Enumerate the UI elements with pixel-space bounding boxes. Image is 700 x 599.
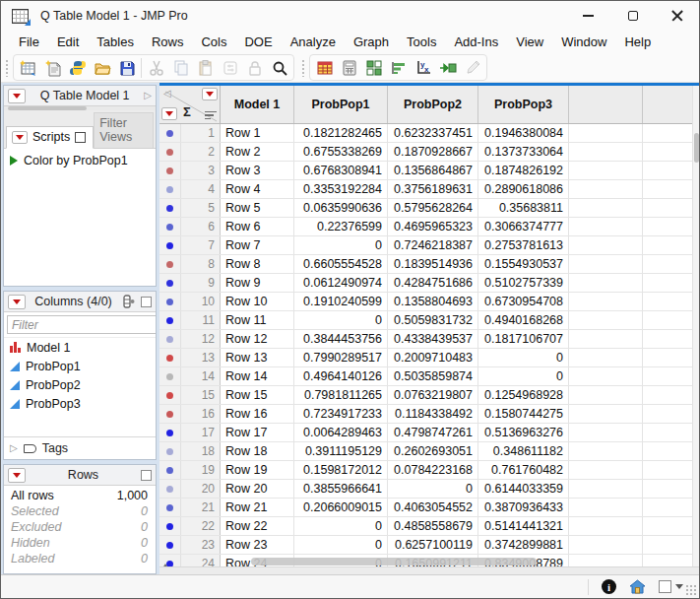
cell-probpop1[interactable]: 0.1910240599 xyxy=(294,293,388,310)
cell-probpop1[interactable]: 0.7981811265 xyxy=(294,386,388,404)
cell-probpop1[interactable]: 0.0612490974 xyxy=(294,274,388,292)
cell-empty[interactable] xyxy=(643,218,696,235)
row-state-cell[interactable] xyxy=(159,536,181,554)
cell-empty[interactable] xyxy=(569,461,643,479)
tab-filter-views[interactable]: Filter Views xyxy=(94,112,154,148)
table-row[interactable]: 18Row 180.39111951290.26026930510.348611… xyxy=(159,442,699,461)
sort-filter-icon[interactable] xyxy=(205,111,217,120)
row-number-cell[interactable]: 9 xyxy=(181,274,221,292)
window-mode-control[interactable] xyxy=(659,580,683,593)
row-stat-hidden[interactable]: Hidden0 xyxy=(4,535,156,551)
maximize-button[interactable] xyxy=(610,1,655,31)
cell-probpop3[interactable]: 0.5102757339 xyxy=(478,274,569,292)
info-icon[interactable]: i xyxy=(602,579,616,594)
run-script-icon[interactable] xyxy=(10,156,18,166)
rows-menu-button[interactable] xyxy=(8,468,26,483)
table-row[interactable]: 17Row 170.00642894630.47987472610.513696… xyxy=(159,424,699,442)
tile-windows-button[interactable] xyxy=(361,55,386,80)
cell-empty[interactable] xyxy=(643,162,696,179)
edit-button[interactable] xyxy=(460,55,484,80)
cell-empty[interactable] xyxy=(569,218,643,235)
cell-probpop3[interactable]: 0.1373733064 xyxy=(478,143,569,161)
row-number-cell[interactable]: 14 xyxy=(181,367,221,385)
row-state-cell[interactable] xyxy=(159,180,181,198)
column-manager-icon[interactable] xyxy=(121,295,137,308)
cell-probpop3[interactable]: 0.5141441321 xyxy=(478,517,569,535)
cell-model1[interactable]: Row 18 xyxy=(221,442,294,460)
cell-probpop2[interactable]: 0.1358804693 xyxy=(388,293,478,310)
column-item-probpop2[interactable]: ProbPop2 xyxy=(4,375,156,394)
row-stat-excluded[interactable]: Excluded0 xyxy=(4,519,156,535)
row-stat-all-rows[interactable]: All rows1,000 xyxy=(4,488,156,503)
cell-probpop3[interactable]: 0.35683811 xyxy=(478,199,569,217)
cell-empty[interactable] xyxy=(569,255,643,273)
table-menu-button[interactable] xyxy=(8,89,26,103)
cell-empty[interactable] xyxy=(643,330,696,348)
cell-probpop1[interactable]: 0.3844453756 xyxy=(294,330,388,348)
cell-empty[interactable] xyxy=(643,480,696,498)
menu-item-cols[interactable]: Cols xyxy=(192,33,235,51)
cell-model1[interactable]: Row 13 xyxy=(221,349,294,366)
scripts-menu-button[interactable] xyxy=(12,131,28,144)
resize-grip[interactable] xyxy=(685,584,697,596)
cell-probpop2[interactable]: 0.4798747261 xyxy=(388,424,478,441)
menu-item-doe[interactable]: DOE xyxy=(235,33,281,51)
row-state-cell[interactable] xyxy=(159,349,181,366)
menu-item-rows[interactable]: Rows xyxy=(143,33,193,51)
menu-item-tables[interactable]: Tables xyxy=(88,33,143,51)
cell-model1[interactable]: Row 8 xyxy=(221,255,294,273)
cell-empty[interactable] xyxy=(643,424,696,441)
row-number-cell[interactable]: 10 xyxy=(181,293,221,310)
panel-expand-icon[interactable]: ▷ xyxy=(144,91,152,100)
tags-section[interactable]: ▷ Tags xyxy=(4,436,156,459)
row-state-cell[interactable] xyxy=(159,442,181,460)
cell-empty[interactable] xyxy=(643,517,696,535)
column-header-empty[interactable] xyxy=(569,86,643,123)
menu-item-edit[interactable]: Edit xyxy=(48,33,88,51)
cell-probpop1[interactable]: 0.1598172012 xyxy=(294,461,388,479)
cell-empty[interactable] xyxy=(643,405,696,423)
script-item-color-by-probpop1[interactable]: Color by ProbPop1 xyxy=(4,149,156,172)
cell-empty[interactable] xyxy=(643,349,696,366)
table-row[interactable]: 21Row 210.20660090150.40630545520.387093… xyxy=(159,499,699,517)
expand-triangle-icon[interactable]: ▷ xyxy=(10,443,18,453)
cell-model1[interactable]: Row 22 xyxy=(221,517,294,535)
cell-probpop3[interactable]: 0.2890618086 xyxy=(478,180,569,198)
cell-probpop2[interactable]: 0.4284751686 xyxy=(388,274,478,292)
row-number-cell[interactable]: 8 xyxy=(181,255,221,273)
row-number-cell[interactable]: 18 xyxy=(181,442,221,460)
cell-empty[interactable] xyxy=(569,480,643,498)
cell-empty[interactable] xyxy=(569,517,643,535)
cell-probpop1[interactable]: 0 xyxy=(294,311,388,329)
cell-empty[interactable] xyxy=(643,499,696,516)
cell-model1[interactable]: Row 10 xyxy=(221,293,294,310)
cell-probpop3[interactable]: 0.761760482 xyxy=(478,461,569,479)
cell-probpop3[interactable]: 0.1874826192 xyxy=(478,162,569,179)
cell-probpop3[interactable]: 0.1254968928 xyxy=(478,386,569,404)
table-row[interactable]: 15Row 150.79818112650.07632198070.125496… xyxy=(159,386,699,405)
cell-empty[interactable] xyxy=(643,311,696,329)
columns-filter-input[interactable] xyxy=(8,318,157,332)
menu-item-analyze[interactable]: Analyze xyxy=(282,33,345,51)
cell-empty[interactable] xyxy=(569,386,643,404)
cell-probpop3[interactable]: 0 xyxy=(478,367,569,385)
copy-button[interactable] xyxy=(168,55,193,80)
cut-button[interactable] xyxy=(144,55,168,80)
cell-probpop3[interactable]: 0.348611182 xyxy=(478,442,569,460)
column-header-probpop3[interactable]: ProbPop3 xyxy=(478,86,569,123)
columns-panel-toggle[interactable] xyxy=(141,297,152,307)
cell-probpop2[interactable]: 0.5059831732 xyxy=(388,311,478,329)
row-state-cell[interactable] xyxy=(159,517,181,535)
data-table-button[interactable] xyxy=(312,55,337,80)
cell-model1[interactable]: Row 21 xyxy=(221,499,294,516)
cell-empty[interactable] xyxy=(569,199,643,217)
row-state-cell[interactable] xyxy=(159,405,181,423)
row-state-cell[interactable] xyxy=(159,330,181,348)
table-row[interactable]: 11Row 1100.50598317320.4940168268 xyxy=(159,311,699,330)
cell-model1[interactable]: Row 9 xyxy=(221,274,294,292)
search-button[interactable] xyxy=(267,55,291,80)
cell-empty[interactable] xyxy=(643,199,696,217)
open-file-button[interactable] xyxy=(90,55,114,80)
cell-probpop1[interactable]: 0 xyxy=(294,517,388,535)
cell-empty[interactable] xyxy=(569,311,643,329)
